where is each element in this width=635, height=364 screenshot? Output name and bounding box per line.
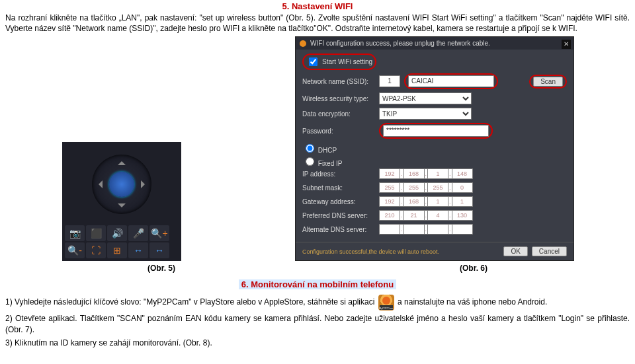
zoom-out-icon[interactable]: 🔍-: [65, 242, 85, 258]
app-icon-label: MyP2PCam: [378, 307, 394, 310]
section-6-p3: 3) Kliknutím na ID kamery se zahájí moni…: [5, 338, 630, 348]
ssid-input[interactable]: CAICAI: [408, 75, 494, 87]
dpad-right-icon[interactable]: [141, 180, 149, 188]
cancel-button[interactable]: Cancel: [532, 246, 567, 256]
dpad-center-button[interactable]: [109, 172, 134, 197]
password-highlight: *********: [379, 123, 493, 139]
section-6-title: 6. Monitorování na mobilním telefonu: [239, 279, 396, 289]
snapshot-icon[interactable]: 📷: [65, 225, 85, 241]
banner-text: WIFI configuration success, please unplu…: [310, 40, 490, 47]
dpad-left-icon[interactable]: [95, 180, 103, 188]
dhcp-label: DHCP: [318, 147, 337, 154]
fixed-ip-radio[interactable]: [306, 157, 314, 166]
myp2pcam-app-icon: MyP2PCam: [378, 295, 394, 310]
dhcp-radio[interactable]: [306, 144, 314, 153]
dns1-label: Preferred DNS server:: [302, 212, 375, 219]
dns2-input[interactable]: . . .: [379, 224, 473, 235]
section-5-title: 5. Nastavení WIFI: [5, 1, 630, 11]
ptz-dpad[interactable]: [92, 155, 151, 214]
password-input[interactable]: *********: [383, 125, 489, 137]
fixed-ip-radio-row: Fixed IP: [302, 155, 567, 167]
mic-icon[interactable]: 🎤: [128, 225, 148, 241]
figure-5-caption: (Obr. 5): [148, 264, 175, 273]
footer-status-text: Configuration successful,the device will…: [302, 248, 439, 255]
camera-control-panel: 📷 ⬛ 🔊 🎤 🔍+ 🔍- ⛶ ⊞ ↔ ↔: [62, 142, 181, 261]
dpad-down-icon[interactable]: [118, 203, 126, 211]
ip-address-label: IP address:: [302, 170, 375, 178]
scan-button[interactable]: Scan: [533, 77, 563, 87]
dhcp-radio-row: DHCP: [302, 142, 567, 154]
dns1-input[interactable]: 210. 21. 4. 130: [379, 210, 473, 221]
dpad-up-icon[interactable]: [118, 157, 126, 165]
scan-highlight: Scan: [529, 75, 567, 89]
flip-h-icon[interactable]: ↔: [128, 242, 148, 258]
section-5-paragraph: Na rozhraní klikněte na tlačítko „LAN", …: [5, 13, 630, 34]
ssid-highlight: CAICAI: [404, 73, 498, 89]
start-wifi-label: Start WiFi setting: [322, 58, 372, 65]
subnet-label: Subnet mask:: [302, 184, 375, 192]
section-6-p1: 1) Vyhledejte následující klíčové slovo:…: [5, 295, 630, 310]
ip-address-input[interactable]: 192. 168. 1. 148: [379, 168, 473, 179]
fixed-ip-label: Fixed IP: [318, 160, 343, 167]
wifi-config-dialog: ✕ WIFI configuration success, please unp…: [295, 36, 574, 261]
ok-button[interactable]: OK: [503, 246, 527, 256]
close-button[interactable]: ✕: [562, 40, 571, 49]
subnet-input[interactable]: 255. 255. 255. 0: [379, 182, 473, 193]
encryption-select[interactable]: TKIP: [379, 108, 472, 120]
record-icon[interactable]: ⬛: [86, 225, 106, 241]
dns2-label: Alternate DNS server:: [302, 226, 375, 233]
flip-v-icon[interactable]: ↔: [149, 242, 169, 258]
ssid-label: Network name (SSID):: [302, 78, 375, 85]
security-type-select[interactable]: WPA2-PSK: [379, 92, 472, 104]
gateway-input[interactable]: 192. 168. 1. 1: [379, 196, 473, 207]
encryption-label: Data encryption:: [302, 110, 375, 118]
start-wifi-highlight: Start WiFi setting: [302, 54, 376, 70]
figure-6-caption: (Obr. 6): [460, 264, 487, 273]
zoom-in-icon[interactable]: 🔍+: [149, 225, 169, 241]
ssid-index: 1: [379, 75, 400, 87]
speaker-icon[interactable]: 🔊: [107, 225, 127, 241]
security-type-label: Wireless security type:: [302, 95, 375, 102]
grid-icon[interactable]: ⊞: [107, 242, 127, 258]
start-wifi-checkbox[interactable]: [309, 57, 318, 66]
config-banner: WIFI configuration success, please unplu…: [296, 37, 573, 50]
tool-icon-strip: 📷 ⬛ 🔊 🎤 🔍+ 🔍- ⛶ ⊞ ↔ ↔: [62, 223, 181, 261]
gateway-label: Gateway address:: [302, 198, 375, 205]
status-dot-icon: [300, 40, 306, 47]
password-label: Password:: [302, 127, 375, 135]
fullscreen-icon[interactable]: ⛶: [86, 242, 106, 258]
section-6-p2: 2) Otevřete aplikaci. Tlačítkem "SCAN" p…: [5, 313, 630, 334]
